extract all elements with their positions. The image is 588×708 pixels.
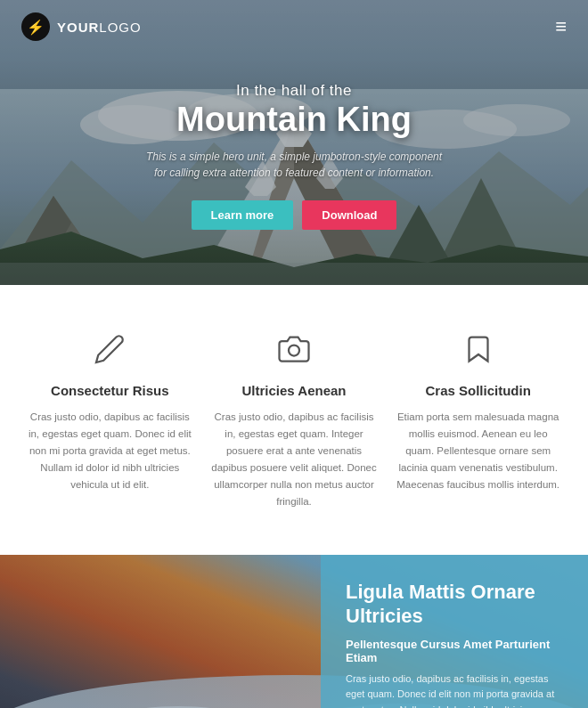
showcase-heading: Ligula Mattis Ornare Ultricies — [346, 580, 563, 629]
pencil-icon — [90, 330, 129, 369]
hamburger-menu-button[interactable]: ≡ — [555, 17, 567, 37]
showcase-section: Ligula Mattis Ornare Ultricies Pellentes… — [0, 555, 588, 708]
hero-description: This is a simple hero unit, a simple jum… — [143, 149, 445, 181]
feature-item-2: Ultricies Aenean Cras justo odio, dapibu… — [211, 330, 378, 510]
feature-text-1: Cras justo odio, dapibus ac facilisis in… — [27, 409, 193, 493]
navbar: ⚡ YOURLOGO ≡ — [0, 0, 588, 53]
hero-buttons: Learn more Download — [192, 200, 397, 230]
feature-item-3: Cras Sollicitudin Etiam porta sem malesu… — [395, 330, 561, 510]
showcase-subheading: Pellentesque Cursus Amet Parturient Etia… — [346, 638, 563, 664]
bookmark-icon — [459, 330, 498, 369]
hero-title: Mountain King — [176, 102, 412, 139]
feature-text-2: Cras justo odio, dapibus ac facilisis in… — [211, 409, 378, 510]
camera-icon — [274, 330, 314, 369]
showcase-description: Cras justo odio, dapibus ac facilisis in… — [346, 671, 563, 708]
download-button[interactable]: Download — [302, 200, 396, 230]
logo: ⚡ YOURLOGO — [21, 12, 142, 41]
svg-point-19 — [289, 346, 299, 356]
features-section: Consectetur Risus Cras justo odio, dapib… — [0, 285, 588, 555]
feature-title-1: Consectetur Risus — [51, 383, 169, 398]
hero-subtitle: In the hall of the — [236, 82, 352, 100]
logo-icon: ⚡ — [21, 12, 50, 41]
logo-text: YOURLOGO — [57, 20, 142, 35]
feature-text-3: Etiam porta sem malesuada magna mollis e… — [395, 409, 561, 493]
showcase-panel: Ligula Mattis Ornare Ultricies Pellentes… — [321, 555, 588, 708]
feature-title-3: Cras Sollicitudin — [426, 383, 531, 398]
feature-item-1: Consectetur Risus Cras justo odio, dapib… — [27, 330, 193, 510]
learn-more-button[interactable]: Learn more — [192, 200, 294, 230]
feature-title-2: Ultricies Aenean — [242, 383, 347, 398]
